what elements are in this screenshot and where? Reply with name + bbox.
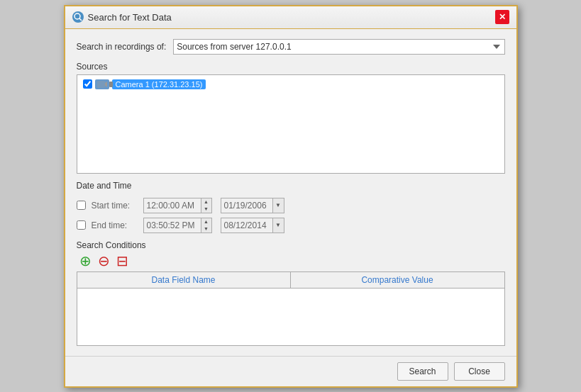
svg-point-0 (74, 13, 80, 19)
start-time-spinners: ▲ ▼ (201, 198, 211, 213)
dialog-icon (72, 11, 84, 23)
start-date-input-group: ▼ (221, 198, 284, 213)
end-time-input-group: ▲ ▼ (143, 218, 212, 233)
end-date-input-group: ▼ (221, 218, 284, 233)
start-time-down-btn[interactable]: ▼ (201, 206, 211, 213)
end-time-row: End time: ▲ ▼ ▼ (77, 218, 505, 233)
search-button[interactable]: Search (397, 362, 448, 381)
datetime-section: Date and Time Start time: ▲ ▼ ▼ (77, 181, 505, 233)
start-time-input[interactable] (144, 198, 201, 213)
svg-line-1 (79, 18, 82, 21)
end-date-dropdown-btn[interactable]: ▼ (272, 218, 284, 233)
end-date-input[interactable] (221, 218, 272, 233)
end-time-up-btn[interactable]: ▲ (201, 218, 211, 225)
end-time-down-btn[interactable]: ▼ (201, 225, 211, 233)
title-bar: Search for Text Data ✕ (65, 6, 516, 29)
clear-conditions-btn[interactable]: ⊟ (115, 253, 131, 269)
camera-item: Camera 1 (172.31.23.15) (80, 78, 502, 91)
end-time-input[interactable] (144, 218, 201, 233)
camera-label: Camera 1 (172.31.23.15) (112, 79, 206, 89)
camera-checkbox[interactable] (83, 79, 92, 89)
start-time-input-group: ▲ ▼ (143, 198, 212, 213)
title-close-button[interactable]: ✕ (495, 10, 509, 24)
conditions-header: Data Field Name Comparative Value (77, 272, 504, 289)
conditions-table: Data Field Name Comparative Value (77, 271, 505, 346)
col-comparative-value: Comparative Value (291, 272, 504, 288)
start-date-dropdown-btn[interactable]: ▼ (272, 198, 284, 213)
col-field-name: Data Field Name (77, 272, 291, 288)
camera-icon (95, 79, 109, 89)
add-condition-btn[interactable]: ⊕ (78, 253, 94, 269)
start-time-row: Start time: ▲ ▼ ▼ (77, 198, 505, 213)
server-row: Search in recordings of: Sources from se… (77, 39, 505, 55)
conditions-body[interactable] (77, 289, 504, 345)
end-time-checkbox[interactable] (77, 220, 86, 230)
dialog-title: Search for Text Data (88, 12, 172, 23)
remove-condition-btn[interactable]: ⊖ (96, 253, 112, 269)
search-dialog: Search for Text Data ✕ Search in recordi… (64, 5, 518, 388)
datetime-section-title: Date and Time (77, 181, 505, 191)
server-select[interactable]: Sources from server 127.0.0.1 (173, 39, 504, 55)
end-time-label: End time: (92, 220, 138, 230)
sources-section-title: Sources (77, 62, 505, 72)
start-time-up-btn[interactable]: ▲ (201, 198, 211, 206)
start-date-input[interactable] (221, 198, 272, 213)
start-time-checkbox[interactable] (77, 201, 86, 210)
end-time-spinners: ▲ ▼ (201, 218, 211, 233)
search-conditions-section: Search Conditions ⊕ ⊖ ⊟ Data Field Name … (77, 240, 505, 346)
dialog-body: Search in recordings of: Sources from se… (65, 29, 516, 356)
sources-section: Sources Camera 1 (172.31.23.15) (77, 62, 505, 174)
svg-marker-3 (105, 82, 107, 87)
search-in-label: Search in recordings of: (77, 42, 167, 52)
start-time-label: Start time: (92, 201, 138, 211)
sources-box[interactable]: Camera 1 (172.31.23.15) (77, 74, 505, 174)
svg-rect-2 (97, 81, 105, 88)
title-bar-left: Search for Text Data (72, 11, 172, 23)
dialog-footer: Search Close (65, 356, 516, 386)
search-conditions-title: Search Conditions (77, 240, 505, 250)
condition-toolbar: ⊕ ⊖ ⊟ (78, 253, 505, 269)
close-button[interactable]: Close (454, 362, 505, 381)
